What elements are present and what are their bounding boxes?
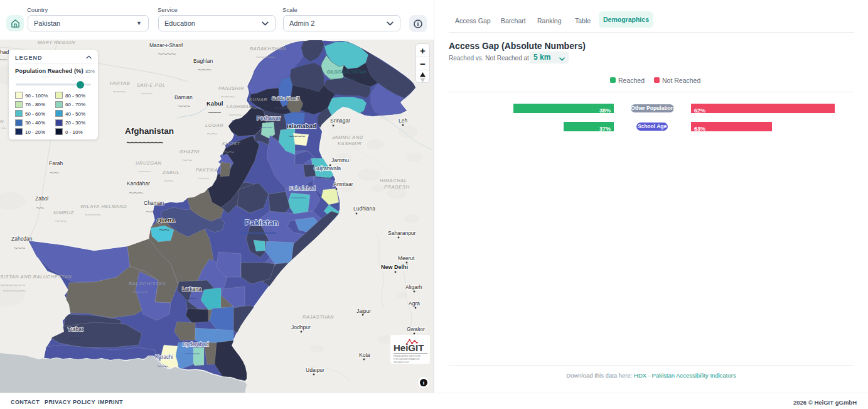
svg-text:Saharanpur: Saharanpur	[388, 230, 416, 236]
svg-text:had: had	[0, 49, 9, 55]
svg-text:GILGIT-BALTISTAN: GILGIT-BALTISTAN	[327, 70, 367, 74]
svg-text:RAJASTHAN: RAJASTHAN	[303, 314, 334, 320]
svg-text:Kota: Kota	[359, 352, 370, 358]
svg-text:PANJSHIR: PANJSHIR	[218, 85, 244, 91]
svg-text:NIMRUZ: NIMRUZ	[53, 210, 74, 215]
svg-text:Jodhpur: Jodhpur	[291, 324, 311, 330]
svg-text:KHOST: KHOST	[222, 141, 241, 146]
svg-text:Afghanistan: Afghanistan	[125, 126, 174, 136]
svg-text:Islamabad: Islamabad	[287, 123, 316, 129]
svg-text:Udaipur: Udaipur	[306, 367, 324, 373]
svg-text:HEIDELBERG INSTITUTE: HEIDELBERG INSTITUTE	[394, 355, 421, 357]
svg-text:Jaipur: Jaipur	[356, 308, 371, 314]
svg-text:Faisalabad: Faisalabad	[289, 185, 316, 192]
svg-text:Aligarh: Aligarh	[405, 284, 422, 290]
svg-text:KASHMIR: KASHMIR	[338, 141, 362, 146]
svg-text:Saidu Sharif: Saidu Sharif	[272, 95, 299, 101]
svg-text:Chaman: Chaman	[144, 200, 164, 206]
svg-text:URUZGAN: URUZGAN	[136, 160, 161, 166]
svg-text:Hyderabad: Hyderabad	[183, 341, 209, 347]
svg-text:Zahedan: Zahedan	[11, 236, 33, 242]
svg-text:Leh: Leh	[399, 117, 407, 124]
svg-text:PRADESH: PRADESH	[384, 184, 409, 190]
svg-text:GHAZNI: GHAZNI	[179, 149, 200, 155]
svg-text:Bamian: Bamian	[174, 94, 193, 101]
svg-text:Srinagar: Srinagar	[330, 117, 350, 124]
svg-text:New Delhi: New Delhi	[381, 264, 408, 270]
svg-text:PAKTIKA: PAKTIKA	[196, 167, 218, 173]
svg-text:KUNAR: KUNAR	[249, 97, 267, 102]
svg-text:SAR-E POL: SAR-E POL	[137, 82, 165, 88]
svg-text:WILAYA HELMAND: WILAYA HELMAND	[80, 204, 127, 209]
svg-text:Larkana: Larkana	[182, 286, 201, 292]
svg-text:BALOCHISTAN: BALOCHISTAN	[129, 281, 166, 286]
svg-text:Quetta: Quetta	[157, 217, 175, 224]
svg-text:Peshawar: Peshawar	[257, 115, 281, 121]
svg-text:Turbat: Turbat	[68, 326, 83, 332]
svg-text:Baghlan: Baghlan	[193, 58, 213, 64]
svg-text:Ludhiana: Ludhiana	[353, 205, 375, 212]
svg-text:ZABUL: ZABUL	[162, 170, 179, 175]
svg-text:FARYAB: FARYAB	[110, 80, 130, 86]
svg-text:FOR GEOINFORMATION: FOR GEOINFORMATION	[394, 358, 420, 361]
svg-text:MARY REGION: MARY REGION	[38, 40, 75, 45]
svg-text:Amritsar: Amritsar	[333, 181, 353, 187]
svg-text:SISTAN AND BALUCHESTAN: SISTAN AND BALUCHESTAN	[0, 274, 72, 280]
svg-text:Jammu: Jammu	[331, 157, 349, 163]
svg-text:HeiGIT: HeiGIT	[394, 342, 424, 353]
svg-text:N: N	[0, 119, 4, 124]
svg-text:Farah: Farah	[49, 160, 63, 166]
svg-text:Agra: Agra	[409, 300, 420, 307]
svg-text:Kabul: Kabul	[206, 100, 223, 107]
svg-text:Pakistan: Pakistan	[245, 218, 279, 227]
svg-text:LAGHMAN: LAGHMAN	[227, 104, 252, 109]
svg-text:Meerut: Meerut	[398, 255, 415, 261]
svg-text:HIMACHAL: HIMACHAL	[380, 178, 407, 183]
svg-text:Kandahar: Kandahar	[127, 180, 150, 187]
svg-text:Zabol: Zabol	[35, 195, 48, 202]
svg-text:Gujranwala: Gujranwala	[314, 165, 341, 172]
svg-text:Gwalior: Gwalior	[407, 326, 425, 332]
svg-text:Mazar-i-Sharif: Mazar-i-Sharif	[149, 42, 183, 48]
svg-text:BADAKHSHAN: BADAKHSHAN	[250, 46, 286, 52]
svg-text:LOGAR: LOGAR	[205, 123, 223, 128]
svg-text:TECHNOLOGY: TECHNOLOGY	[394, 361, 410, 364]
svg-text:JAMMU AND: JAMMU AND	[331, 134, 363, 140]
svg-text:Karachi: Karachi	[155, 354, 173, 360]
